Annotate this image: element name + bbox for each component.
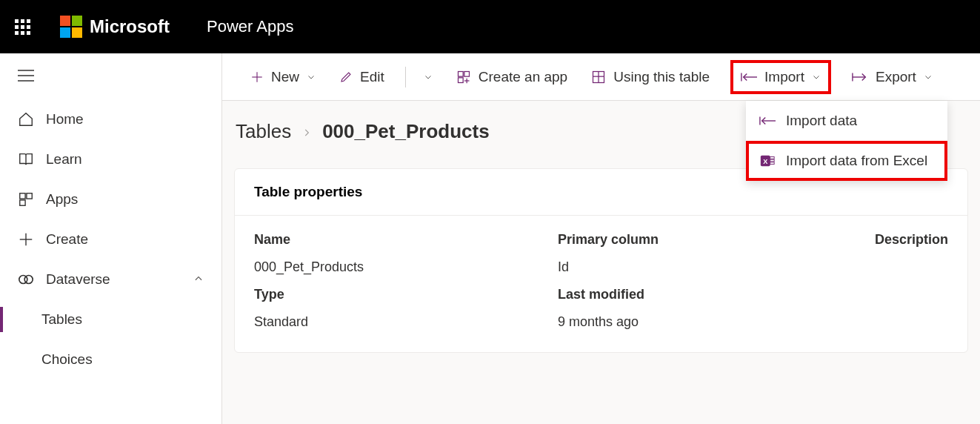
split-separator bbox=[405, 67, 406, 87]
svg-rect-29 bbox=[770, 159, 775, 162]
sidebar-item-label: Dataverse bbox=[46, 271, 110, 288]
import-dropdown: Import data X Import data from Excel bbox=[746, 101, 947, 181]
value-type: Standard bbox=[254, 314, 558, 330]
using-table-button[interactable]: Using this table bbox=[588, 64, 713, 90]
breadcrumb-root[interactable]: Tables bbox=[236, 120, 291, 143]
svg-rect-12 bbox=[458, 71, 463, 76]
sidebar-item-label: Apps bbox=[46, 191, 78, 208]
book-icon bbox=[18, 151, 34, 168]
cmd-label: Using this table bbox=[613, 69, 710, 85]
table-icon bbox=[591, 70, 606, 85]
microsoft-logo-icon bbox=[60, 16, 82, 38]
excel-icon: X bbox=[759, 153, 776, 169]
breadcrumb-current: 000_Pet_Products bbox=[322, 120, 489, 143]
import-icon bbox=[759, 115, 776, 127]
sidebar-item-label: Choices bbox=[41, 351, 93, 368]
cmd-label: Edit bbox=[360, 69, 384, 85]
app-launcher-icon[interactable] bbox=[15, 19, 30, 35]
content-area: New Edit Create a bbox=[222, 53, 980, 424]
sidebar-item-label: Learn bbox=[46, 151, 82, 168]
app-name: Power Apps bbox=[207, 17, 293, 36]
home-icon bbox=[18, 111, 34, 127]
app-plus-icon bbox=[456, 70, 471, 85]
cmd-label: Create an app bbox=[479, 69, 567, 85]
chevron-down-icon bbox=[812, 69, 821, 85]
cmd-label: Export bbox=[876, 69, 916, 85]
edit-button[interactable]: Edit bbox=[336, 64, 387, 90]
svg-point-9 bbox=[24, 276, 33, 284]
sidebar-item-create[interactable]: Create bbox=[0, 219, 221, 259]
hamburger-button[interactable] bbox=[0, 62, 221, 99]
value-primary-column: Id bbox=[558, 259, 861, 275]
sidebar-item-label: Create bbox=[46, 231, 88, 248]
chevron-down-icon bbox=[307, 69, 316, 85]
sidebar-item-choices[interactable]: Choices bbox=[0, 339, 221, 380]
create-app-button[interactable]: Create an app bbox=[453, 64, 570, 90]
sidebar-item-label: Home bbox=[46, 111, 84, 127]
table-properties-card: Table properties Name Primary column Des… bbox=[234, 168, 968, 353]
label-last-modified: Last modified bbox=[558, 287, 861, 302]
plus-icon bbox=[18, 231, 34, 248]
sidebar-item-home[interactable]: Home bbox=[0, 99, 221, 139]
plus-icon bbox=[250, 70, 264, 84]
sidebar-item-apps[interactable]: Apps bbox=[0, 179, 221, 219]
export-button[interactable]: Export bbox=[849, 64, 936, 90]
import-button[interactable]: Import bbox=[730, 60, 831, 94]
chevron-down-icon bbox=[424, 69, 433, 85]
sidebar-item-learn[interactable]: Learn bbox=[0, 139, 221, 179]
value-name: 000_Pet_Products bbox=[254, 259, 558, 275]
chevron-up-icon bbox=[193, 271, 204, 288]
import-data-item[interactable]: Import data bbox=[746, 101, 947, 141]
label-primary-column: Primary column bbox=[558, 232, 861, 248]
value-last-modified: 9 months ago bbox=[558, 314, 861, 330]
label-type: Type bbox=[254, 287, 558, 302]
svg-rect-3 bbox=[20, 193, 25, 199]
svg-rect-30 bbox=[770, 162, 775, 165]
svg-text:X: X bbox=[763, 158, 768, 165]
apps-icon bbox=[18, 191, 34, 208]
brand-text: Microsoft bbox=[90, 16, 170, 37]
dropdown-label: Import data from Excel bbox=[786, 153, 927, 169]
cmd-label: New bbox=[271, 69, 299, 85]
svg-rect-4 bbox=[27, 193, 32, 199]
sidebar-item-label: Tables bbox=[41, 311, 82, 328]
global-header: Microsoft Power Apps bbox=[0, 0, 980, 53]
svg-rect-5 bbox=[20, 200, 25, 205]
dropdown-label: Import data bbox=[786, 113, 857, 129]
chevron-right-icon bbox=[301, 120, 312, 143]
import-icon bbox=[741, 71, 757, 83]
import-excel-item[interactable]: X Import data from Excel bbox=[746, 141, 947, 181]
sidebar: Home Learn Apps Create Dataverse bbox=[0, 53, 222, 424]
dataverse-icon bbox=[18, 271, 34, 288]
svg-rect-28 bbox=[770, 157, 775, 159]
edit-split-button[interactable] bbox=[424, 64, 436, 90]
export-icon bbox=[852, 71, 868, 83]
chevron-down-icon bbox=[924, 69, 933, 85]
edit-icon bbox=[339, 70, 353, 84]
label-name: Name bbox=[254, 232, 558, 248]
cmd-label: Import bbox=[764, 69, 804, 85]
label-description: Description bbox=[861, 232, 948, 248]
sidebar-item-dataverse[interactable]: Dataverse bbox=[0, 259, 221, 299]
command-bar: New Edit Create a bbox=[222, 53, 980, 101]
svg-rect-13 bbox=[464, 71, 470, 76]
svg-rect-14 bbox=[458, 77, 463, 82]
new-button[interactable]: New bbox=[247, 64, 319, 90]
sidebar-item-tables[interactable]: Tables bbox=[0, 299, 221, 339]
